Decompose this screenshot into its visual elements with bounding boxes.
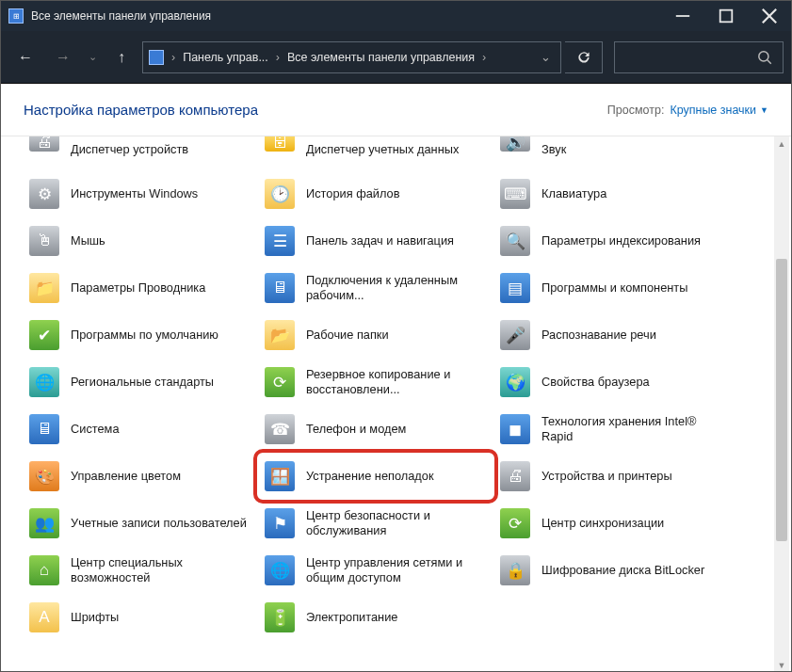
item-label: Устранение неполадок bbox=[306, 469, 434, 484]
item-security-maintenance[interactable]: ⚑ Центр безопасности и обслуживания bbox=[259, 500, 494, 547]
item-windows-tools[interactable]: ⚙ Инструменты Windows bbox=[24, 170, 259, 217]
item-power-options[interactable]: 🔋 Электропитание bbox=[259, 594, 494, 641]
item-fonts[interactable]: A Шрифты bbox=[24, 594, 259, 641]
default-programs-icon: ✔ bbox=[29, 320, 59, 350]
window-title: Все элементы панели управления bbox=[31, 9, 661, 23]
chevron-down-icon: ▼ bbox=[760, 105, 768, 115]
minimize-button[interactable] bbox=[661, 1, 704, 31]
vertical-scrollbar[interactable]: ▲ ▼ bbox=[774, 136, 789, 672]
chevron-right-icon[interactable]: › bbox=[478, 51, 490, 64]
mouse-icon: 🖱 bbox=[29, 226, 59, 256]
refresh-button[interactable] bbox=[565, 41, 603, 73]
item-taskbar[interactable]: ☰ Панель задач и навигация bbox=[259, 217, 494, 264]
maximize-button[interactable] bbox=[704, 1, 748, 31]
history-icon: 🕑 bbox=[265, 179, 295, 209]
item-system[interactable]: 🖥 Система bbox=[24, 406, 259, 453]
item-label: Мышь bbox=[71, 233, 105, 248]
back-button[interactable]: ← bbox=[8, 40, 42, 74]
item-ease-of-access[interactable]: ⌂ Центр специальных возможностей bbox=[24, 547, 259, 594]
printer-icon: 🖨 bbox=[500, 461, 530, 491]
item-keyboard[interactable]: ⌨ Клавиатура bbox=[494, 170, 730, 217]
credential-manager-icon: 🗄 bbox=[265, 136, 295, 152]
scroll-down-icon[interactable]: ▼ bbox=[774, 658, 789, 672]
speaker-icon: 🔊 bbox=[500, 136, 530, 152]
control-panel-small-icon bbox=[149, 50, 164, 65]
item-network-sharing[interactable]: 🌐 Центр управления сетями и общим доступ… bbox=[259, 547, 494, 594]
item-phone-modem[interactable]: ☎ Телефон и модем bbox=[259, 406, 494, 453]
item-credential-manager[interactable]: 🗄 Диспетчер учетных данных bbox=[259, 142, 494, 170]
items-grid: 🖨 Диспетчер устройств 🗄 Диспетчер учетны… bbox=[24, 142, 784, 641]
backup-icon: ⟳ bbox=[265, 367, 295, 397]
item-label: Подключения к удаленным рабочим... bbox=[306, 273, 485, 303]
recent-dropdown[interactable]: ⌄ bbox=[84, 40, 101, 74]
svg-line-5 bbox=[768, 59, 771, 63]
item-backup[interactable]: ⟳ Резервное копирование и восстановлени.… bbox=[259, 359, 494, 406]
item-label: Телефон и модем bbox=[306, 422, 406, 437]
titlebar: ⊞ Все элементы панели управления bbox=[1, 1, 791, 31]
item-label: Центр управления сетями и общим доступом bbox=[306, 555, 485, 585]
item-remote-desktop[interactable]: 🖥 Подключения к удаленным рабочим... bbox=[259, 264, 494, 312]
gear-icon: ⚙ bbox=[29, 179, 59, 209]
item-device-manager[interactable]: 🖨 Диспетчер устройств bbox=[24, 142, 259, 170]
item-label: Шифрование диска BitLocker bbox=[541, 563, 704, 578]
empty-cell bbox=[494, 594, 730, 641]
accessibility-icon: ⌂ bbox=[29, 555, 59, 585]
phone-icon: ☎ bbox=[265, 414, 295, 444]
device-manager-icon: 🖨 bbox=[29, 136, 59, 152]
fonts-icon: A bbox=[29, 602, 59, 632]
chevron-right-icon[interactable]: › bbox=[168, 51, 179, 64]
item-label: История файлов bbox=[306, 186, 400, 201]
address-dropdown-icon[interactable]: ⌄ bbox=[535, 50, 557, 64]
item-work-folders[interactable]: 📂 Рабочие папки bbox=[259, 312, 494, 359]
item-explorer-options[interactable]: 📁 Параметры Проводника bbox=[24, 264, 259, 312]
item-label: Центр синхронизации bbox=[541, 516, 664, 531]
item-default-programs[interactable]: ✔ Программы по умолчанию bbox=[24, 312, 259, 359]
microphone-icon: 🎤 bbox=[500, 320, 530, 350]
item-programs[interactable]: ▤ Программы и компоненты bbox=[494, 264, 730, 312]
item-label: Центр безопасности и обслуживания bbox=[306, 508, 485, 538]
work-folders-icon: 📂 bbox=[265, 320, 295, 350]
search-icon bbox=[756, 49, 773, 66]
item-sync-center[interactable]: ⟳ Центр синхронизации bbox=[494, 500, 730, 547]
item-user-accounts[interactable]: 👥 Учетные записи пользователей bbox=[24, 500, 259, 547]
item-bitlocker[interactable]: 🔒 Шифрование диска BitLocker bbox=[494, 547, 730, 594]
view-value: Крупные значки bbox=[670, 104, 756, 117]
view-select[interactable]: Крупные значки ▼ bbox=[670, 104, 768, 117]
system-icon: 🖥 bbox=[29, 414, 59, 444]
item-sound[interactable]: 🔊 Звук bbox=[494, 142, 730, 170]
lock-icon: 🔒 bbox=[500, 555, 530, 585]
item-label: Распознавание речи bbox=[541, 328, 656, 343]
network-icon: 🌐 bbox=[265, 555, 295, 585]
item-label: Звук bbox=[541, 142, 566, 157]
item-internet-options[interactable]: 🌍 Свойства браузера bbox=[494, 359, 730, 406]
power-icon: 🔋 bbox=[265, 602, 295, 632]
up-button[interactable]: ↑ bbox=[105, 40, 138, 74]
item-devices-printers[interactable]: 🖨 Устройства и принтеры bbox=[494, 453, 730, 500]
item-color-management[interactable]: 🎨 Управление цветом bbox=[24, 453, 259, 500]
scroll-thumb[interactable] bbox=[776, 259, 787, 541]
item-speech[interactable]: 🎤 Распознавание речи bbox=[494, 312, 730, 359]
item-indexing[interactable]: 🔍 Параметры индексирования bbox=[494, 217, 730, 264]
search-box[interactable] bbox=[614, 41, 784, 73]
breadcrumb-root[interactable]: Панель управ... bbox=[181, 51, 270, 64]
item-region[interactable]: 🌐 Региональные стандарты bbox=[24, 359, 259, 406]
search-options-icon: 🔍 bbox=[500, 226, 530, 256]
item-label: Резервное копирование и восстановлени... bbox=[306, 367, 485, 397]
item-label: Рабочие папки bbox=[306, 328, 389, 343]
item-label: Управление цветом bbox=[71, 469, 181, 484]
item-troubleshooting[interactable]: 🪟 Устранение неполадок bbox=[253, 449, 498, 504]
scroll-up-icon[interactable]: ▲ bbox=[774, 136, 789, 152]
folder-icon: 📁 bbox=[29, 273, 59, 303]
color-icon: 🎨 bbox=[29, 461, 59, 491]
item-mouse[interactable]: 🖱 Мышь bbox=[24, 217, 259, 264]
item-label: Шрифты bbox=[71, 610, 119, 625]
chevron-right-icon[interactable]: › bbox=[272, 51, 283, 64]
item-file-history[interactable]: 🕑 История файлов bbox=[259, 170, 494, 217]
troubleshoot-icon: 🪟 bbox=[265, 461, 295, 491]
view-label: Просмотр: bbox=[607, 104, 665, 117]
forward-button[interactable]: → bbox=[46, 40, 80, 74]
item-intel-rapid[interactable]: ◼ Технология хранения Intel® Rapid bbox=[494, 406, 730, 453]
close-button[interactable] bbox=[748, 1, 791, 31]
address-bar[interactable]: › Панель управ... › Все элементы панели … bbox=[142, 41, 561, 73]
breadcrumb-current[interactable]: Все элементы панели управления bbox=[285, 51, 477, 64]
